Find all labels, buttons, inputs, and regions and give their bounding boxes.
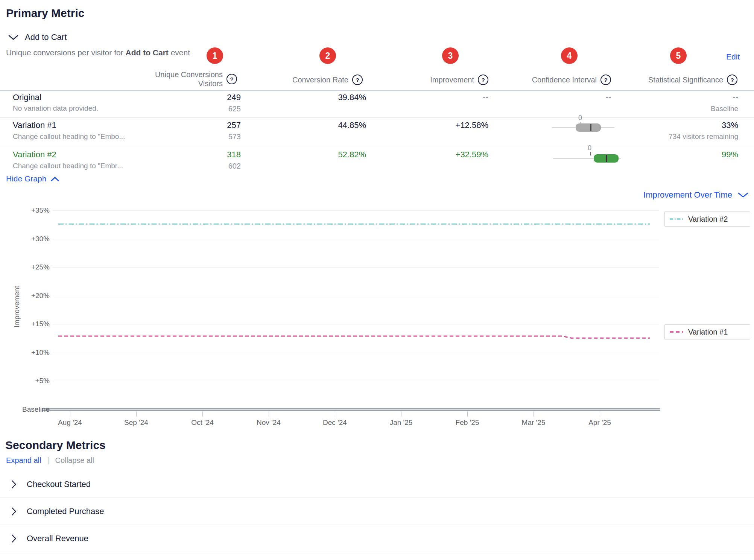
- secondary-metric-label: Completed Purchase: [27, 507, 104, 516]
- improvement-value: +12.58%: [456, 120, 488, 130]
- col-label-confidence-interval: Confidence Interval: [532, 76, 597, 84]
- y-axis-tick-label: +15%: [31, 320, 50, 328]
- step-badge-2: 2: [319, 47, 336, 64]
- variation-description: No variation data provided.: [13, 104, 98, 113]
- subtitle-event-name: Add to Cart: [125, 48, 168, 57]
- x-axis-tick: [401, 411, 401, 417]
- column-header-unique-conversions: Unique Conversions Visitors ?: [155, 70, 237, 88]
- y-axis-tick-label: +5%: [35, 377, 50, 385]
- y-axis-tick-label: Baseline: [22, 405, 50, 414]
- x-axis-tick: [335, 411, 335, 417]
- secondary-metrics-controls: Expand all | Collapse all: [6, 456, 94, 465]
- chart-gridline: [53, 324, 659, 324]
- x-axis-tick-label: Dec '24: [309, 418, 361, 427]
- links-divider: |: [47, 456, 49, 465]
- metric-name: Add to Cart: [25, 32, 67, 42]
- secondary-metric-checkout-started[interactable]: Checkout Started: [0, 471, 754, 498]
- variation-name: Variation #2: [13, 150, 56, 160]
- conversion-rate-value: 44.85%: [338, 120, 366, 130]
- ci-range-pill: [576, 123, 601, 132]
- help-icon[interactable]: ?: [727, 75, 737, 85]
- legend-label: Variation #2: [688, 215, 728, 224]
- table-header-divider: [0, 90, 754, 91]
- ci-zero-label: 0: [588, 144, 591, 152]
- x-axis-tick-label: Mar '25: [507, 418, 560, 427]
- significance-value: 99%: [722, 150, 738, 160]
- hide-graph-label: Hide Graph: [6, 174, 46, 183]
- col-label-improvement: Improvement: [430, 76, 474, 84]
- metric-subtitle: Unique conversions per visitor for Add t…: [6, 48, 190, 57]
- significance-note: Baseline: [711, 105, 738, 113]
- row-divider: [0, 147, 754, 147]
- y-axis-tick-label: +20%: [31, 292, 50, 300]
- collapse-all-link[interactable]: Collapse all: [55, 456, 94, 465]
- edit-link[interactable]: Edit: [726, 52, 740, 61]
- chart-gridline: [53, 239, 659, 239]
- x-axis-tick-label: Oct '24: [176, 418, 229, 427]
- row-divider: [0, 117, 754, 118]
- variation-name: Original: [13, 93, 41, 102]
- x-axis-tick: [269, 411, 269, 417]
- y-axis-title: Improvement: [13, 277, 22, 337]
- legend-label: Variation #1: [688, 328, 728, 336]
- chevron-up-icon: [51, 177, 59, 181]
- metric-collapse-toggle[interactable]: Add to Cart: [8, 32, 67, 42]
- unique-conversions-value: 249: [227, 93, 241, 102]
- help-icon[interactable]: ?: [600, 75, 611, 85]
- subtitle-suffix: event: [169, 48, 190, 57]
- graph-view-dropdown[interactable]: Improvement Over Time: [643, 190, 749, 200]
- hide-graph-toggle[interactable]: Hide Graph: [6, 174, 59, 183]
- chart-gridline: [53, 210, 659, 211]
- col-label-statistical-significance: Statistical Significance: [648, 76, 723, 84]
- x-axis-tick-label: Apr '25: [573, 418, 626, 427]
- ci-median-line: [590, 124, 591, 131]
- legend-item-variation-1[interactable]: Variation #1: [664, 324, 750, 339]
- visitors-value: 573: [228, 132, 241, 141]
- baseline-axis-line: [42, 408, 660, 411]
- variation-description: Change callout heading to "Embo...: [13, 132, 125, 141]
- help-icon[interactable]: ?: [227, 74, 237, 84]
- variation-name: Variation #1: [13, 120, 56, 130]
- expand-all-link[interactable]: Expand all: [6, 456, 41, 465]
- column-header-improvement: Improvement ?: [430, 75, 488, 85]
- visitors-value: 625: [228, 105, 241, 113]
- conversion-rate-value: 52.82%: [338, 150, 366, 160]
- help-icon[interactable]: ?: [352, 75, 363, 85]
- ci-median-line: [606, 155, 607, 162]
- step-badge-4: 4: [561, 47, 578, 64]
- ci-zero-label: 0: [578, 114, 582, 122]
- secondary-metric-label: Checkout Started: [27, 479, 91, 489]
- secondary-metric-overall-revenue[interactable]: Overall Revenue: [0, 525, 754, 552]
- col-label-conversion-rate: Conversion Rate: [292, 76, 348, 84]
- x-axis-tick-label: Nov '24: [242, 418, 295, 427]
- x-axis-tick: [534, 411, 534, 417]
- y-axis-tick-label: +30%: [31, 235, 50, 243]
- column-header-conversion-rate: Conversion Rate ?: [292, 75, 363, 85]
- significance-value: 33%: [722, 120, 738, 130]
- significance-value: --: [733, 93, 738, 102]
- variation-description: Change callout heading to "Embr...: [13, 162, 123, 170]
- confidence-interval-value: --: [605, 93, 611, 102]
- col-label-unique-conversions: Unique Conversions: [155, 70, 223, 79]
- chart-gridline: [53, 267, 659, 268]
- chevron-right-icon: [11, 480, 17, 489]
- y-axis-tick-label: +25%: [31, 263, 50, 271]
- chevron-right-icon: [11, 507, 17, 516]
- x-axis-tick: [70, 411, 70, 417]
- unique-conversions-value: 257: [227, 120, 241, 130]
- x-axis-tick: [600, 411, 600, 417]
- significance-note: 734 visitors remaining: [669, 132, 738, 141]
- chart-gridline: [53, 296, 659, 296]
- secondary-metric-label: Overall Revenue: [27, 534, 88, 543]
- subtitle-prefix: Unique conversions per visitor for: [6, 48, 125, 57]
- help-icon[interactable]: ?: [478, 75, 488, 85]
- column-header-confidence-interval: Confidence Interval ?: [532, 75, 611, 85]
- secondary-metric-completed-purchase[interactable]: Completed Purchase: [0, 498, 754, 525]
- chevron-down-icon: [737, 192, 749, 198]
- legend-item-variation-2[interactable]: Variation #2: [664, 212, 750, 227]
- step-badge-1: 1: [207, 47, 223, 64]
- col-label-visitors: Visitors: [198, 79, 223, 88]
- improvement-value: --: [483, 93, 488, 102]
- chevron-down-icon: [8, 35, 18, 40]
- visitors-value: 602: [228, 162, 241, 170]
